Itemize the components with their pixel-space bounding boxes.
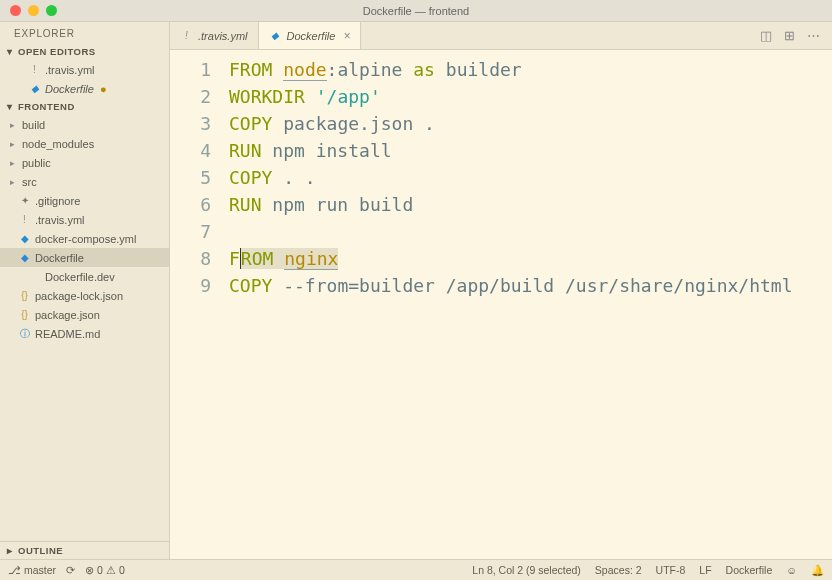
line-number: 9 [170,272,211,299]
file-name: docker-compose.yml [35,233,136,245]
editor-tab[interactable]: !.travis.yml [170,22,259,49]
chevron-right-icon: ▸ [10,120,18,130]
notifications-icon[interactable]: 🔔 [811,564,824,577]
folder-name: src [22,176,37,188]
folder-item[interactable]: ▸node_modules [0,134,169,153]
indent-setting[interactable]: Spaces: 2 [595,564,642,576]
file-icon: ! [28,63,41,76]
file-item[interactable]: !.travis.yml [0,210,169,229]
open-editors-section[interactable]: ▾ OPEN EDITORS [0,43,169,60]
language-mode[interactable]: Dockerfile [726,564,773,576]
file-item[interactable]: Dockerfile.dev [0,267,169,286]
tabbar-actions: ◫ ⊞ ⋯ [760,22,832,49]
chevron-down-icon: ▾ [4,101,16,112]
sidebar: EXPLORER ▾ OPEN EDITORS !.travis.yml◆Doc… [0,22,170,559]
file-name: .gitignore [35,195,80,207]
open-editors-list: !.travis.yml◆Dockerfile● [0,60,169,98]
tabbar: !.travis.yml◆Dockerfile× ◫ ⊞ ⋯ [170,22,832,50]
more-icon[interactable]: ⋯ [807,28,820,43]
close-tab-icon[interactable]: × [343,29,350,43]
code-editor[interactable]: 123456789 FROM node:alpine as builder WO… [170,50,832,559]
folder-name: node_modules [22,138,94,150]
dirty-indicator: ● [100,83,107,95]
explorer-header: EXPLORER [0,22,169,43]
file-item[interactable]: ◆Dockerfile [0,248,169,267]
file-tree: ▸build▸node_modules▸public▸src✦.gitignor… [0,115,169,343]
chevron-right-icon: ▸ [10,177,18,187]
open-editors-label: OPEN EDITORS [18,46,96,57]
line-number: 7 [170,218,211,245]
file-icon: ◆ [18,232,31,245]
tab-label: .travis.yml [198,30,248,42]
project-section[interactable]: ▾ FRONTEND [0,98,169,115]
file-name: Dockerfile [45,83,94,95]
line-number: 4 [170,137,211,164]
line-number: 8 [170,245,211,272]
project-label: FRONTEND [18,101,75,112]
statusbar: ⎇ master ⟳ ⊗ 0 ⚠ 0 Ln 8, Col 2 (9 select… [0,559,832,580]
file-icon: ◆ [269,29,282,42]
window-title: Dockerfile — frontend [0,5,832,17]
file-icon [28,270,41,283]
file-item[interactable]: ◆docker-compose.yml [0,229,169,248]
file-name: package.json [35,309,100,321]
file-icon: {} [18,308,31,321]
titlebar: Dockerfile — frontend [0,0,832,22]
chevron-down-icon: ▾ [4,46,16,57]
close-window-button[interactable] [10,5,21,16]
sync-button[interactable]: ⟳ [66,564,75,576]
open-editor-item[interactable]: !.travis.yml [0,60,169,79]
line-number: 2 [170,83,211,110]
file-icon: ⓘ [18,327,31,340]
file-name: Dockerfile [35,252,84,264]
line-number: 1 [170,56,211,83]
feedback-icon[interactable]: ☺ [786,564,797,576]
layout-icon[interactable]: ⊞ [784,28,795,43]
line-number: 3 [170,110,211,137]
file-name: package-lock.json [35,290,123,302]
line-number: 6 [170,191,211,218]
window-controls [0,5,57,16]
outline-section[interactable]: ▸ OUTLINE [0,542,169,559]
folder-item[interactable]: ▸public [0,153,169,172]
file-item[interactable]: {}package-lock.json [0,286,169,305]
line-number: 5 [170,164,211,191]
folder-item[interactable]: ▸src [0,172,169,191]
folder-name: build [22,119,45,131]
tab-label: Dockerfile [287,30,336,42]
file-item[interactable]: {}package.json [0,305,169,324]
line-number-gutter: 123456789 [170,50,225,559]
editor-tab[interactable]: ◆Dockerfile× [259,22,362,49]
open-editor-item[interactable]: ◆Dockerfile● [0,79,169,98]
file-icon: ◆ [28,82,41,95]
chevron-right-icon: ▸ [10,158,18,168]
minimize-window-button[interactable] [28,5,39,16]
file-icon: ! [18,213,31,226]
cursor-position[interactable]: Ln 8, Col 2 (9 selected) [472,564,581,576]
chevron-right-icon: ▸ [10,139,18,149]
file-item[interactable]: ⓘREADME.md [0,324,169,343]
editor-area: !.travis.yml◆Dockerfile× ◫ ⊞ ⋯ 123456789… [170,22,832,559]
code-content[interactable]: FROM node:alpine as builder WORKDIR '/ap… [225,50,832,559]
eol[interactable]: LF [699,564,711,576]
file-name: .travis.yml [35,214,85,226]
encoding[interactable]: UTF-8 [656,564,686,576]
folder-name: public [22,157,51,169]
problems[interactable]: ⊗ 0 ⚠ 0 [85,564,125,576]
file-name: README.md [35,328,100,340]
folder-item[interactable]: ▸build [0,115,169,134]
file-icon: ◆ [18,251,31,264]
file-name: Dockerfile.dev [45,271,115,283]
file-item[interactable]: ✦.gitignore [0,191,169,210]
git-branch[interactable]: ⎇ master [8,564,56,576]
chevron-right-icon: ▸ [4,545,16,556]
file-icon: {} [18,289,31,302]
file-icon: ✦ [18,194,31,207]
maximize-window-button[interactable] [46,5,57,16]
outline-label: OUTLINE [18,545,63,556]
split-editor-icon[interactable]: ◫ [760,28,772,43]
file-name: .travis.yml [45,64,95,76]
file-icon: ! [180,29,193,42]
